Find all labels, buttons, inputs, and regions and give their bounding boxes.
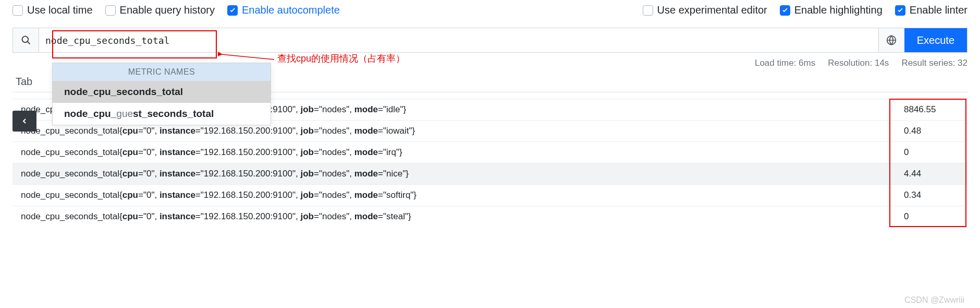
result-metric: node_cpu_seconds_total{cpu="0", instance… xyxy=(21,169,897,179)
svg-line-1 xyxy=(27,42,30,44)
enable-history-checkbox[interactable]: Enable query history xyxy=(105,4,215,16)
use-experimental-checkbox[interactable]: Use experimental editor xyxy=(643,4,767,16)
dropdown-item[interactable]: node_cpu_guest_seconds_total xyxy=(53,103,271,125)
checkbox-icon xyxy=(643,5,653,16)
checkbox-icon xyxy=(13,5,23,16)
globe-icon-button[interactable] xyxy=(878,28,904,52)
result-value: 0 xyxy=(897,147,959,158)
enable-highlighting-checkbox[interactable]: Enable highlighting xyxy=(780,4,883,16)
chevron-left-icon xyxy=(20,117,29,125)
enable-linter-label: Enable linter xyxy=(910,4,967,16)
enable-highlighting-label: Enable highlighting xyxy=(794,4,883,16)
result-metric: node_cpu_seconds_total{cpu="0", instance… xyxy=(21,147,897,158)
autocomplete-dropdown: METRIC NAMES node_cpu_seconds_total node… xyxy=(52,63,271,125)
dropdown-item[interactable]: node_cpu_seconds_total xyxy=(53,81,271,103)
result-value: 0.34 xyxy=(897,190,959,200)
watermark: CSDN @Zwwriii xyxy=(904,295,964,305)
execute-button[interactable]: Execute xyxy=(904,28,967,52)
result-row[interactable]: node_cpu_seconds_total{cpu="0", instance… xyxy=(13,206,967,227)
load-time-label: Load time: 6ms xyxy=(755,58,815,68)
options-bar: Use local time Enable query history Enab… xyxy=(0,0,980,20)
enable-autocomplete-checkbox[interactable]: Enable autocomplete xyxy=(227,4,340,16)
result-value: 0.48 xyxy=(897,126,959,136)
result-metric: node_cpu_seconds_total{cpu="0", instance… xyxy=(21,211,897,222)
enable-linter-checkbox[interactable]: Enable linter xyxy=(895,4,967,16)
dropdown-header: METRIC NAMES xyxy=(53,63,271,81)
result-row[interactable]: node_cpu_seconds_total{cpu="0", instance… xyxy=(13,141,967,163)
dropdown-item-text: node_cpu_seconds_total xyxy=(64,86,183,97)
tab-table[interactable]: Tab xyxy=(13,76,35,92)
enable-autocomplete-label: Enable autocomplete xyxy=(242,4,340,16)
checkbox-checked-icon xyxy=(895,5,905,16)
checkbox-checked-icon xyxy=(227,5,238,16)
time-back-button[interactable] xyxy=(13,111,36,132)
query-row: Execute xyxy=(13,28,967,53)
use-local-time-label: Use local time xyxy=(27,4,93,16)
result-series-label: Result series: 32 xyxy=(901,58,967,68)
result-metric: node_cpu_seconds_total{cpu="0", instance… xyxy=(21,190,897,200)
use-local-time-checkbox[interactable]: Use local time xyxy=(13,4,93,16)
result-value: 4.44 xyxy=(897,169,959,179)
dropdown-item-rest: st_seconds_total xyxy=(133,108,214,119)
checkbox-checked-icon xyxy=(780,5,790,16)
enable-history-label: Enable query history xyxy=(120,4,215,16)
result-value: 8846.55 xyxy=(897,104,959,115)
dropdown-item-mid: gue xyxy=(116,108,133,119)
result-metric: node_cpu_seconds_total{cpu="0", instance… xyxy=(21,126,897,136)
result-row[interactable]: node_cpu_seconds_total{cpu="0", instance… xyxy=(13,163,967,184)
resolution-label: Resolution: 14s xyxy=(828,58,889,68)
query-input[interactable] xyxy=(45,35,872,46)
dropdown-item-bold: node_cpu_ xyxy=(64,108,116,119)
use-experimental-label: Use experimental editor xyxy=(657,4,767,16)
globe-icon xyxy=(886,35,897,45)
result-row[interactable]: node_cpu_seconds_total{cpu="0", instance… xyxy=(13,184,967,206)
search-icon-button[interactable] xyxy=(13,28,39,52)
result-value: 0 xyxy=(897,211,959,222)
svg-point-0 xyxy=(22,37,28,43)
checkbox-icon xyxy=(105,5,116,16)
search-icon xyxy=(21,35,31,45)
